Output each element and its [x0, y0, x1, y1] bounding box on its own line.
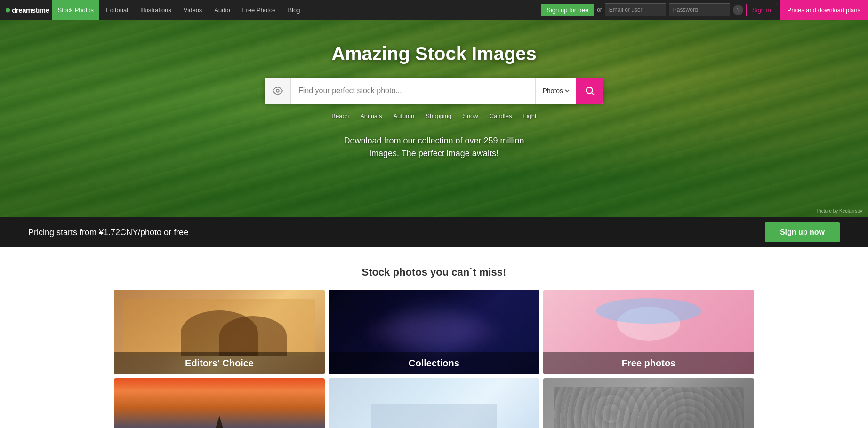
nav-item-blog[interactable]: Blog — [282, 0, 305, 20]
pricing-banner: Pricing starts from ¥1.72CNY/photo or fr… — [0, 217, 868, 247]
gallery-card-label: Free photos — [543, 352, 754, 374]
nav-menu: Stock PhotosEditorialIllustrationsVideos… — [52, 0, 541, 20]
search-tag-snow[interactable]: Snow — [463, 112, 478, 119]
hero-subtitle-line2: images. The perfect image awaits! — [370, 149, 498, 158]
credit-label: Picture by — [817, 208, 838, 214]
logo-dot: ● — [5, 5, 11, 15]
gallery-card-collections[interactable]: Collections — [329, 290, 539, 374]
gallery-card-animals[interactable] — [543, 378, 754, 428]
hero-subtitle: Download from our collection of over 259… — [344, 135, 524, 160]
email-input[interactable] — [605, 3, 666, 16]
logo-text: dreamstime — [12, 6, 49, 14]
pricing-text: Pricing starts from ¥1.72CNY/photo or fr… — [28, 228, 188, 238]
svg-point-0 — [276, 89, 279, 92]
nav-item-illustrations[interactable]: Illustrations — [135, 0, 177, 20]
search-bar: Photos — [265, 78, 603, 104]
gallery-section: Stock photos you can`t miss! Editors' Ch… — [104, 247, 764, 428]
nav-right: Sign up for free or ? Sign in Prices and… — [541, 0, 863, 20]
gallery-card-editors[interactable]: Editors' Choice — [114, 290, 325, 374]
gallery-card-nature2[interactable] — [329, 378, 539, 428]
gallery-card-label: Collections — [329, 352, 539, 374]
prices-button[interactable]: Prices and download plans — [780, 0, 868, 20]
search-tag-autumn[interactable]: Autumn — [393, 112, 414, 119]
search-tag-light[interactable]: Light — [523, 112, 536, 119]
nav-item-videos[interactable]: Videos — [178, 0, 208, 20]
search-button[interactable] — [576, 78, 603, 104]
svg-point-1 — [587, 87, 593, 94]
logo[interactable]: ● dreamstime — [5, 5, 49, 15]
gallery-card-free[interactable]: Free photos — [543, 290, 754, 374]
credit-name: Keolalirsov — [839, 208, 862, 214]
search-type-label: Photos — [542, 87, 563, 95]
gallery-grid: Editors' Choice Collections Free photos — [114, 290, 754, 428]
gallery-title: Stock photos you can`t miss! — [114, 266, 754, 278]
password-input[interactable] — [669, 3, 730, 16]
nav-item-stock-photos[interactable]: Stock Photos — [52, 0, 100, 20]
signin-button[interactable]: Sign in — [746, 4, 777, 16]
gallery-card-label: Editors' Choice — [114, 352, 325, 374]
signup-now-button[interactable]: Sign up now — [765, 222, 840, 242]
hero-subtitle-line1: Download from our collection of over 259… — [344, 136, 524, 145]
hero-section: Amazing Stock Images Photos BeachAnimals… — [0, 20, 868, 217]
hero-title: Amazing Stock Images — [331, 43, 537, 64]
svg-line-2 — [592, 93, 594, 95]
search-tag-animals[interactable]: Animals — [360, 112, 382, 119]
help-button[interactable]: ? — [733, 5, 743, 15]
navbar: ● dreamstime Stock PhotosEditorialIllust… — [0, 0, 868, 20]
search-type-selector[interactable]: Photos — [535, 78, 576, 104]
search-tag-candles[interactable]: Candles — [490, 112, 512, 119]
nav-item-free-photos[interactable]: Free Photos — [237, 0, 281, 20]
search-tags: BeachAnimalsAutumnShoppingSnowCandlesLig… — [331, 112, 536, 119]
search-input[interactable] — [291, 78, 535, 104]
search-tag-beach[interactable]: Beach — [331, 112, 349, 119]
hero-credit: Picture by Keolalirsov — [817, 208, 862, 214]
signup-free-button[interactable]: Sign up for free — [541, 4, 594, 16]
search-tag-shopping[interactable]: Shopping — [426, 112, 451, 119]
eye-icon — [265, 78, 291, 104]
or-label: or — [597, 7, 602, 13]
gallery-card-nature1[interactable] — [114, 378, 325, 428]
nav-item-audio[interactable]: Audio — [209, 0, 235, 20]
nav-item-editorial[interactable]: Editorial — [100, 0, 134, 20]
